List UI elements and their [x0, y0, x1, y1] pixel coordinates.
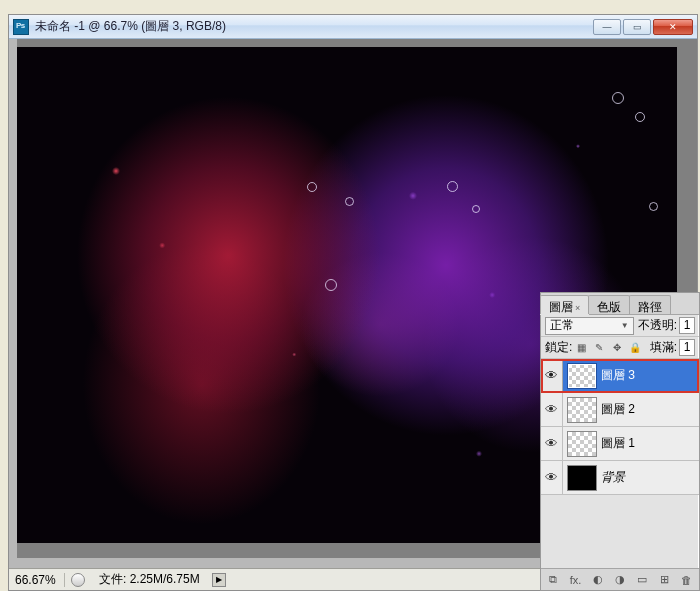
blend-mode-select[interactable]: 正常 ▼: [545, 317, 634, 335]
shape-circle: [307, 182, 317, 192]
layer-name[interactable]: 背景: [601, 469, 625, 486]
doc-info: 文件: 2.25M/6.75M: [91, 571, 208, 588]
shape-circle: [345, 197, 354, 206]
layer-row[interactable]: 👁 圖層 1: [541, 427, 699, 461]
lock-paint-icon[interactable]: ✎: [591, 340, 607, 356]
doc-info-icon[interactable]: [71, 573, 85, 587]
app-icon: [13, 19, 29, 35]
shape-circle: [612, 92, 624, 104]
shape-circle: [447, 181, 458, 192]
lock-transparency-icon[interactable]: ▦: [573, 340, 589, 356]
link-layers-icon[interactable]: ⧉: [545, 572, 561, 588]
layer-thumbnail[interactable]: [567, 397, 597, 423]
tab-paths[interactable]: 路徑: [629, 295, 671, 314]
blend-opacity-row: 正常 ▼ 不透明: 1: [541, 315, 699, 337]
minimize-button[interactable]: —: [593, 19, 621, 35]
shape-circle: [649, 202, 658, 211]
shape-circle: [472, 205, 480, 213]
lock-all-icon[interactable]: 🔒: [627, 340, 643, 356]
window-title: 未命名 -1 @ 66.7% (圖層 3, RGB/8): [35, 18, 226, 35]
tab-layers-label: 圖層: [549, 300, 573, 314]
lock-fill-row: 鎖定: ▦ ✎ ✥ 🔒 填滿: 1: [541, 337, 699, 359]
layer-thumbnail[interactable]: [567, 431, 597, 457]
layer-thumbnail[interactable]: [567, 363, 597, 389]
layer-name[interactable]: 圖層 2: [601, 401, 635, 418]
trash-icon[interactable]: 🗑: [679, 572, 695, 588]
fill-label: 填滿:: [650, 339, 677, 356]
close-button[interactable]: ✕: [653, 19, 693, 35]
group-icon[interactable]: ▭: [634, 572, 650, 588]
layer-row[interactable]: 👁 圖層 3: [541, 359, 699, 393]
layer-row[interactable]: 👁 背景: [541, 461, 699, 495]
layer-fx-icon[interactable]: fx.: [567, 572, 583, 588]
blend-mode-value: 正常: [550, 317, 574, 334]
fill-value[interactable]: 1: [679, 339, 695, 356]
close-icon[interactable]: ×: [575, 303, 580, 313]
shape-circle: [325, 279, 337, 291]
opacity-label: 不透明:: [638, 317, 677, 334]
layer-name[interactable]: 圖層 1: [601, 435, 635, 452]
new-layer-icon[interactable]: ⊞: [656, 572, 672, 588]
visibility-toggle[interactable]: 👁: [541, 393, 563, 426]
tab-layers[interactable]: 圖層×: [540, 295, 589, 314]
zoom-value[interactable]: 66.67%: [9, 573, 65, 587]
layer-mask-icon[interactable]: ◐: [590, 572, 606, 588]
info-menu-button[interactable]: ▶: [212, 573, 226, 587]
panel-tabs: 圖層× 色版 路徑: [541, 293, 699, 315]
titlebar[interactable]: 未命名 -1 @ 66.7% (圖層 3, RGB/8) — ▭ ✕: [9, 15, 697, 39]
panel-footer: ⧉ fx. ◐ ◑ ▭ ⊞ 🗑: [541, 568, 699, 590]
tab-channels[interactable]: 色版: [588, 295, 630, 314]
layer-name[interactable]: 圖層 3: [601, 367, 635, 384]
adjustment-layer-icon[interactable]: ◑: [612, 572, 628, 588]
visibility-toggle[interactable]: 👁: [541, 461, 563, 494]
lock-label: 鎖定:: [545, 339, 572, 356]
layer-row[interactable]: 👁 圖層 2: [541, 393, 699, 427]
maximize-button[interactable]: ▭: [623, 19, 651, 35]
visibility-toggle[interactable]: 👁: [541, 359, 563, 392]
chevron-down-icon: ▼: [621, 321, 629, 330]
layers-panel: 圖層× 色版 路徑 正常 ▼ 不透明: 1 鎖定: ▦ ✎ ✥ 🔒 填滿: 1 …: [540, 292, 700, 591]
layer-thumbnail[interactable]: [567, 465, 597, 491]
opacity-value[interactable]: 1: [679, 317, 695, 334]
visibility-toggle[interactable]: 👁: [541, 427, 563, 460]
shape-circle: [635, 112, 645, 122]
lock-position-icon[interactable]: ✥: [609, 340, 625, 356]
layers-list: 👁 圖層 3 👁 圖層 2 👁 圖層 1 👁 背景: [541, 359, 699, 495]
